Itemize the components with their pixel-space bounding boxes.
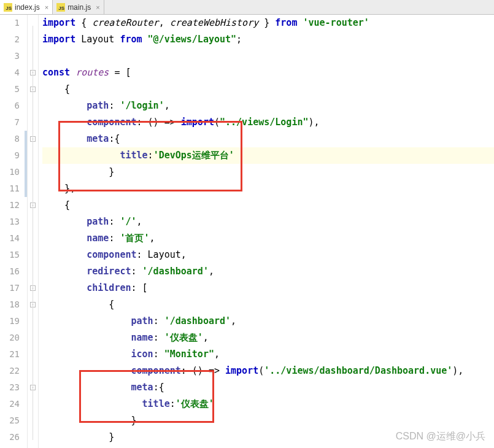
line-number: 6 — [0, 98, 20, 114]
line-number: 8 — [0, 131, 20, 147]
line-number: 1 — [0, 15, 20, 31]
line-number: 5 — [0, 81, 20, 98]
code-line: path: '/', — [42, 214, 494, 230]
line-number: 4 — [0, 64, 20, 81]
line-number: 20 — [0, 330, 20, 346]
code-line: meta:{ — [42, 379, 494, 396]
code-line: }, — [42, 180, 494, 197]
code-line: path: '/dashboard', — [42, 313, 494, 330]
code-line: const routes = [ — [42, 64, 494, 81]
code-line: children: [ — [42, 280, 494, 296]
tab-label: main.js — [68, 3, 91, 12]
line-number: 21 — [0, 346, 20, 363]
line-number: 17 — [0, 280, 20, 296]
close-icon[interactable]: × — [96, 4, 99, 11]
line-number: 12 — [0, 197, 20, 214]
editor: 1234567891011121314151617181920212223242… — [0, 15, 494, 448]
code-line: { — [42, 197, 494, 214]
line-number: 23 — [0, 379, 20, 396]
line-number: 2 — [0, 31, 20, 48]
code-line — [42, 48, 494, 64]
code-line: path: '/login', — [42, 98, 494, 114]
tab-main-js[interactable]: JS main.js × — [53, 0, 104, 14]
code-line: } — [42, 164, 494, 180]
tab-label: index.js — [15, 3, 40, 12]
code-line: import Layout from "@/views/Layout"; — [42, 31, 494, 48]
line-number: 9 — [0, 147, 20, 164]
code-line: component: () => import('../views/dashbo… — [42, 363, 494, 379]
line-number: 13 — [0, 214, 20, 230]
code-line: { — [42, 296, 494, 313]
line-number: 15 — [0, 247, 20, 263]
line-number: 18 — [0, 296, 20, 313]
code-line: component: () => import("../views/Login"… — [42, 114, 494, 131]
js-file-icon: JS — [56, 3, 65, 12]
line-number: 3 — [0, 48, 20, 64]
line-number: 10 — [0, 164, 20, 180]
code-line: meta:{ — [42, 131, 494, 147]
line-number: 25 — [0, 412, 20, 429]
line-number: 11 — [0, 180, 20, 197]
code-line: name: '首页', — [42, 230, 494, 247]
tab-bar: JS index.js × JS main.js × — [0, 0, 494, 15]
code-line: redirect: '/dashboard', — [42, 263, 494, 280]
watermark: CSDN @运维@小兵 — [396, 430, 485, 443]
line-number: 7 — [0, 114, 20, 131]
code-line: title:'DevOps运维平台' — [42, 147, 494, 164]
code-line: title:'仪表盘' — [42, 396, 494, 412]
fold-column: ------- — [28, 15, 39, 448]
code-area[interactable]: import { createRouter, createWebHistory … — [39, 15, 494, 448]
line-number: 24 — [0, 396, 20, 412]
tab-index-js[interactable]: JS index.js × — [0, 0, 53, 14]
line-number: 16 — [0, 263, 20, 280]
line-number-gutter: 1234567891011121314151617181920212223242… — [0, 15, 28, 448]
line-number: 19 — [0, 313, 20, 330]
code-line: { — [42, 81, 494, 98]
line-number: 26 — [0, 429, 20, 446]
code-line: import { createRouter, createWebHistory … — [42, 15, 494, 31]
code-line: name: '仪表盘', — [42, 330, 494, 346]
line-number: 22 — [0, 363, 20, 379]
js-file-icon: JS — [4, 3, 12, 12]
code-line: } — [42, 412, 494, 429]
code-line: component: Layout, — [42, 247, 494, 263]
code-line: icon: "Monitor", — [42, 346, 494, 363]
line-number: 14 — [0, 230, 20, 247]
close-icon[interactable]: × — [45, 4, 48, 11]
